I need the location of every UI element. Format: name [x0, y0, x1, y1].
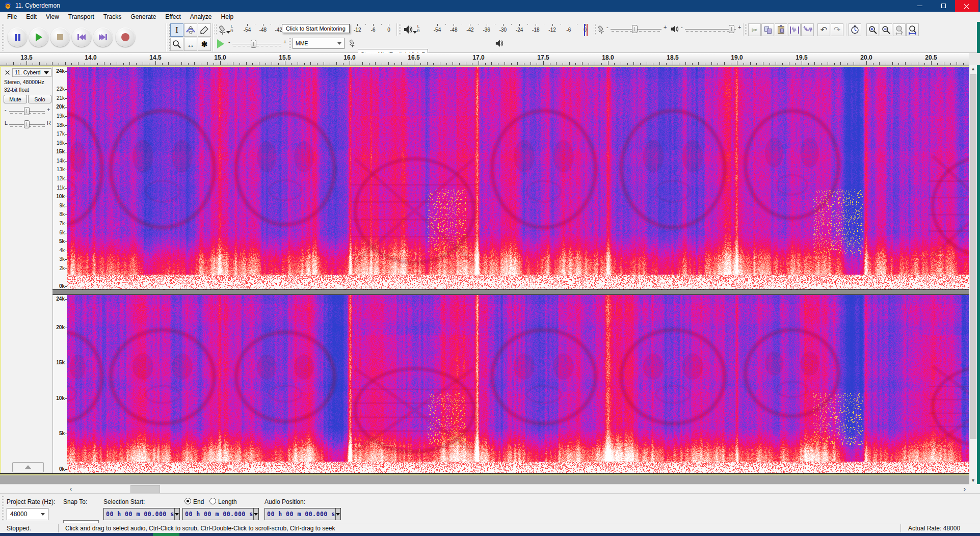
multi-tool-button[interactable]: ✱ [198, 38, 211, 51]
undo-button[interactable]: ↶ [817, 23, 830, 36]
edit-toolbar-grip[interactable] [745, 23, 747, 36]
timer-button[interactable] [849, 23, 861, 36]
spectrogram-right-channel[interactable] [67, 295, 970, 473]
pause-button[interactable] [8, 28, 27, 47]
cut-button[interactable]: ✂ [748, 23, 761, 36]
recording-meter-grip[interactable] [214, 23, 217, 36]
timeline-minor-tick [233, 62, 233, 65]
vertical-scrollbar[interactable]: ▲ ▼ [969, 65, 977, 484]
project-rate-value: 48000 [10, 511, 27, 518]
menu-help[interactable]: Help [217, 12, 239, 22]
mute-button[interactable]: Mute [4, 95, 27, 103]
record-button[interactable] [116, 28, 135, 47]
scroll-up-icon[interactable]: ▲ [969, 66, 977, 71]
selection-end-field[interactable]: 00 h 00 m 00.000 s [182, 508, 259, 520]
vertical-scrollbar-thumb[interactable] [970, 74, 976, 439]
skip-to-start-button[interactable] [72, 28, 91, 47]
track-close-button[interactable] [4, 69, 11, 76]
recording-volume-thumb[interactable] [632, 25, 638, 33]
monitoring-tooltip[interactable]: Click to Start Monitoring [282, 24, 350, 33]
playback-volume-slider[interactable] [685, 23, 736, 35]
play-volume-max: + [738, 24, 741, 30]
audio-host-select[interactable]: MME [293, 38, 345, 49]
scroll-left-icon[interactable]: ‹ [66, 485, 75, 493]
timeline-minor-tick [957, 62, 957, 65]
envelope-tool-button[interactable] [184, 23, 197, 37]
time-shift-icon: ↔ [187, 40, 195, 49]
menu-tracks[interactable]: Tracks [99, 12, 126, 22]
redo-button[interactable]: ↷ [831, 23, 843, 36]
recording-volume-slider[interactable] [611, 23, 661, 35]
scroll-right-icon[interactable]: › [960, 485, 969, 493]
device-toolbar-grip[interactable] [288, 38, 291, 50]
device-mic-icon [349, 39, 356, 48]
menu-effect[interactable]: Effect [161, 12, 185, 22]
track-collapse-button[interactable] [12, 462, 44, 472]
scroll-down-icon[interactable]: ▼ [969, 478, 977, 483]
skip-to-end-button[interactable] [93, 28, 113, 47]
timeline-minor-tick [194, 62, 195, 65]
menu-transport[interactable]: Transport [64, 12, 99, 22]
gain-slider[interactable] [9, 105, 45, 117]
time-shift-tool-button[interactable]: ↔ [184, 38, 197, 51]
horizontal-scrollbar-thumb[interactable] [130, 485, 160, 493]
rec-meter-dropdown-icon[interactable] [226, 31, 230, 34]
zoom-out-icon [882, 25, 891, 35]
timeline-major-tick [608, 61, 608, 65]
timeline-ruler[interactable]: 13.514.014.515.015.516.016.517.017.518.0… [0, 53, 969, 65]
playback-volume-thumb[interactable] [729, 25, 734, 33]
meter-tick [470, 24, 470, 26]
play-meter-dropdown-icon[interactable] [413, 31, 417, 34]
silence-audio-button[interactable] [801, 23, 814, 36]
zoom-fit-button[interactable] [906, 23, 919, 36]
menu-file[interactable]: File [3, 12, 21, 22]
play-button[interactable] [29, 28, 48, 47]
paste-button[interactable] [775, 23, 787, 36]
selection-start-spinner[interactable] [174, 508, 179, 520]
selection-toolbar-grip[interactable] [2, 496, 4, 521]
stop-button[interactable] [50, 28, 70, 47]
selection-tool-button[interactable]: I [170, 23, 183, 37]
gain-slider-thumb[interactable] [24, 107, 30, 115]
timeline-minor-tick [531, 62, 531, 65]
menu-view[interactable]: View [41, 12, 64, 22]
length-radio[interactable] [209, 498, 216, 504]
timeline-label: 14.0 [80, 54, 102, 61]
track-name-menu[interactable]: 11. Cyberd [12, 68, 51, 77]
project-rate-select[interactable]: 48000 [7, 508, 48, 520]
menu-analyze[interactable]: Analyze [186, 12, 217, 22]
zoom-selection-button[interactable] [893, 23, 906, 36]
end-radio[interactable] [184, 498, 191, 504]
pan-slider[interactable] [9, 119, 45, 130]
maximize-button[interactable] [932, 0, 955, 12]
zoom-out-button[interactable] [880, 23, 892, 36]
playback-meter-grip[interactable] [399, 23, 401, 36]
play-at-speed-button[interactable] [217, 39, 224, 48]
menu-edit[interactable]: Edit [21, 12, 41, 22]
tools-toolbar-grip[interactable] [167, 23, 170, 51]
close-button[interactable] [955, 0, 978, 12]
minimize-button[interactable] [908, 0, 932, 12]
playback-meter[interactable]: -54-48-42-36-30-24-18-12-60 [422, 24, 591, 36]
audio-position-spinner[interactable] [335, 508, 340, 520]
mixer-mic-icon [597, 25, 605, 34]
play-speed-slider[interactable] [232, 38, 281, 49]
spectrogram-left-channel[interactable] [67, 67, 970, 289]
pan-slider-thumb[interactable] [24, 120, 30, 128]
trim-audio-button[interactable] [788, 23, 801, 36]
play-speed-thumb[interactable] [251, 40, 256, 48]
mixer-toolbar-grip[interactable] [593, 23, 596, 36]
draw-tool-button[interactable] [198, 23, 211, 37]
timeline-minor-tick [71, 63, 72, 65]
menu-generate[interactable]: Generate [126, 12, 161, 22]
zoom-tool-button[interactable] [170, 38, 183, 51]
timeline-label: 18.0 [597, 54, 619, 61]
solo-button[interactable]: Solo [28, 95, 51, 103]
horizontal-scrollbar[interactable]: ‹ › [0, 484, 969, 493]
selection-start-field[interactable]: 00 h 00 m 00.000 s [103, 508, 180, 520]
copy-button[interactable] [761, 23, 774, 36]
zoom-in-button[interactable] [866, 23, 879, 36]
audio-position-field[interactable]: 00 h 00 m 00.000 s [264, 508, 341, 520]
transport-toolbar-grip[interactable] [2, 23, 4, 51]
selection-end-spinner[interactable] [253, 508, 258, 520]
